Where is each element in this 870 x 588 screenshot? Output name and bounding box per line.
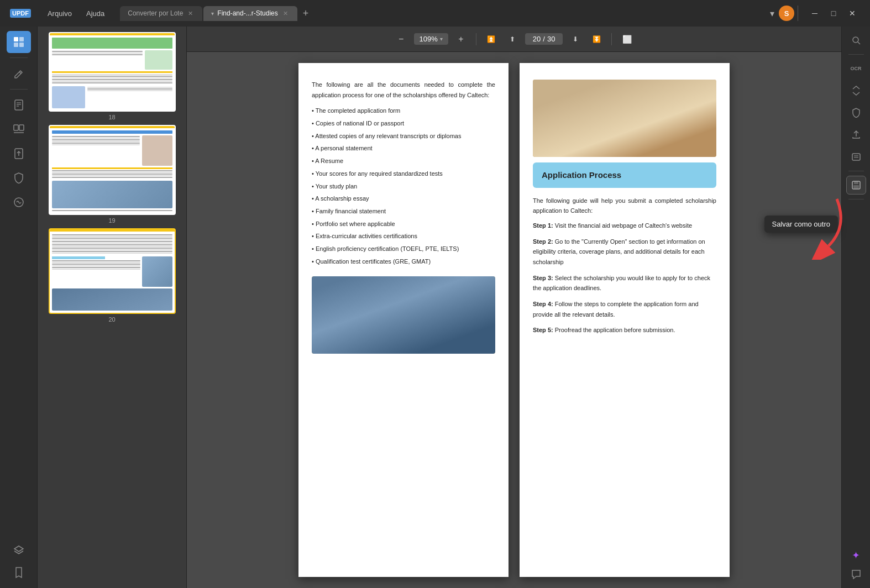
list-item: Portfolio set where applicable (312, 218, 495, 230)
sidebar-icon-layers[interactable] (7, 539, 31, 561)
nav-first-button[interactable]: ⏫ (483, 32, 500, 47)
svg-line-15 (858, 42, 860, 44)
right-bottom: ✦ (846, 546, 866, 584)
thumb-blue-header (52, 130, 172, 134)
form-button[interactable] (846, 148, 866, 166)
menu-items: Arquivo Ajuda (36, 7, 116, 20)
sidebar-icon-bookmark[interactable] (7, 561, 31, 584)
svg-rect-21 (853, 185, 859, 188)
cafe-image (312, 276, 495, 354)
pdf-area: The following are all the documents need… (187, 52, 841, 588)
divider (798, 6, 798, 21)
nav-last-button[interactable]: ⏬ (588, 32, 605, 47)
step-1-label: Step 1: (533, 222, 553, 229)
thumb-line (52, 244, 172, 245)
logo-box: UPDF (10, 9, 31, 18)
minimize-button[interactable]: ─ (806, 6, 824, 21)
thumb-line (52, 238, 172, 239)
ocr-button[interactable]: OCR (846, 59, 866, 78)
sidebar-icon-extract[interactable] (7, 143, 31, 165)
zoom-in-button[interactable]: + (453, 32, 469, 47)
thumb-line (52, 236, 172, 237)
menu-ajuda[interactable]: Ajuda (80, 7, 111, 20)
list-item: A personal statement (312, 142, 495, 155)
thumb-line (52, 251, 172, 252)
page-num-18: 18 (108, 114, 115, 120)
tab-converter-close[interactable]: ✕ (186, 9, 195, 18)
search-icon-btn[interactable] (846, 31, 866, 50)
thumb-line (52, 269, 140, 270)
svg-rect-20 (854, 181, 858, 184)
right-sep-3 (848, 199, 864, 200)
page-indicator: 20 / 30 (525, 33, 563, 45)
nav-next-button[interactable]: ⬇ (567, 32, 584, 47)
menu-arquivo[interactable]: Arquivo (41, 7, 78, 20)
step-2-label: Step 2: (533, 238, 553, 245)
thumb-line (52, 136, 140, 137)
thumb-line (52, 243, 172, 244)
thumb-line (52, 264, 140, 265)
save-as-other-button[interactable] (846, 176, 866, 195)
thumbnail-page-19[interactable]: 19 (42, 125, 182, 224)
step-5-label: Step 5: (533, 327, 553, 333)
step-1-text: Visit the financial aid webpage of Calte… (555, 222, 692, 229)
sidebar-icon-thumbnail[interactable] (7, 31, 31, 53)
zoom-value: 109% (420, 35, 438, 43)
presentation-button[interactable]: ⬜ (619, 32, 635, 47)
thumb-line (87, 90, 172, 91)
thumb-line (52, 170, 172, 171)
thumb-img-bottom-19 (52, 181, 172, 208)
thumb-yellow-19 (52, 167, 172, 169)
thumb-line (52, 248, 172, 249)
close-button[interactable]: ✕ (843, 6, 861, 21)
thumb-line (52, 234, 172, 235)
nav-prev-button[interactable]: ⬆ (504, 32, 521, 47)
thumb-line (52, 267, 140, 268)
svg-rect-0 (14, 37, 18, 41)
page-sep: / (543, 35, 545, 43)
list-item: Qualification test certificates (GRE, GM… (312, 255, 495, 268)
tab-find[interactable]: ▾ Find-and-...r-Studies ✕ (203, 6, 297, 21)
sidebar-divider-2 (10, 89, 28, 90)
tab-add-button[interactable]: + (298, 7, 313, 20)
share-button[interactable] (846, 125, 866, 144)
tab-converter-label: Converter por Lote (128, 9, 183, 17)
ai-button[interactable]: ✦ (846, 546, 866, 565)
sidebar-icon-watermark[interactable] (7, 191, 31, 213)
comment-button[interactable] (846, 565, 866, 584)
list-item: Family financial statement (312, 205, 495, 218)
thumbnail-page-20[interactable]: 20 (42, 228, 182, 323)
sidebar-icon-organize[interactable] (7, 118, 31, 140)
thumbnail-page-18[interactable]: 18 (42, 32, 182, 120)
sidebar-icon-page-edit[interactable] (7, 94, 31, 116)
tab-converter[interactable]: Converter por Lote ✕ (120, 6, 202, 21)
svg-rect-9 (19, 125, 24, 130)
thumb-cyan (52, 256, 105, 259)
thumb-line (52, 172, 172, 173)
user-avatar: S (779, 6, 794, 21)
title-bar: UPDF Arquivo Ajuda Converter por Lote ✕ … (0, 0, 870, 27)
zoom-dropdown[interactable]: ▾ (440, 36, 443, 42)
thumb-line (52, 210, 172, 211)
sidebar-icon-annotation[interactable] (7, 62, 31, 85)
tab-find-close[interactable]: ✕ (281, 9, 290, 18)
app-logo: UPDF (4, 9, 36, 18)
page-current[interactable]: 20 (533, 35, 541, 43)
tabs-area: Converter por Lote ✕ ▾ Find-and-...r-Stu… (116, 6, 766, 21)
protect-button[interactable] (846, 103, 866, 122)
right-sep-1 (848, 54, 864, 55)
convert-button[interactable] (846, 81, 866, 100)
sidebar-icon-protect[interactable] (7, 167, 31, 189)
thumb-img-20 (142, 256, 172, 287)
svg-rect-8 (14, 125, 18, 130)
sidebar-bottom (7, 539, 31, 584)
thumb-line (52, 265, 140, 266)
content-area: − 109% ▾ + ⏫ ⬆ 20 / 30 ⬇ ⏬ ⬜ The followi… (187, 27, 841, 588)
thumb-line (52, 239, 172, 240)
tab-dropdown-button[interactable]: ▾ (766, 6, 779, 21)
thumb-line (52, 177, 172, 178)
step-2-text: Go to the "Currently Open" section to ge… (533, 238, 705, 265)
maximize-button[interactable]: □ (825, 6, 842, 21)
thumbnail-panel: 18 (38, 27, 187, 588)
zoom-out-button[interactable]: − (393, 32, 410, 47)
